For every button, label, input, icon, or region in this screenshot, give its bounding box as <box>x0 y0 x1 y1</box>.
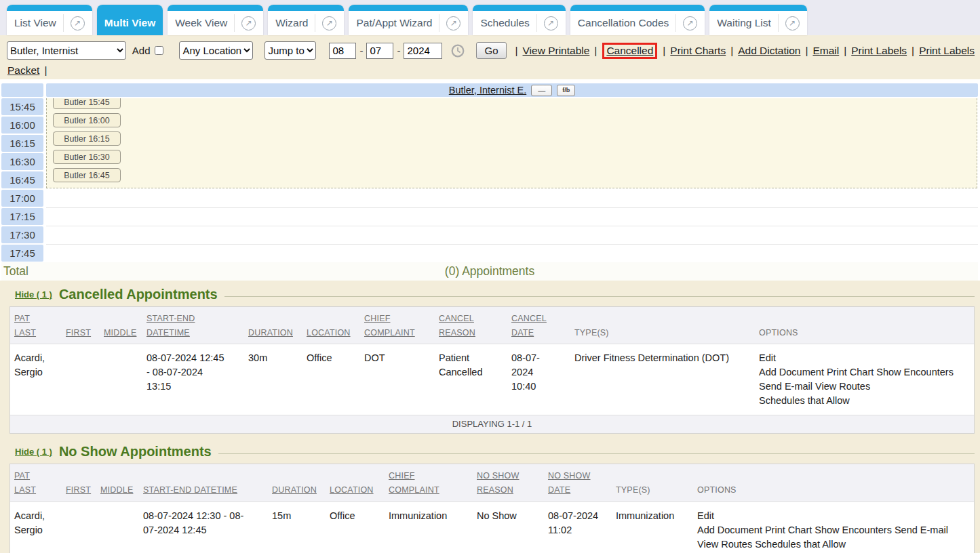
date-year-input[interactable] <box>404 43 442 59</box>
tab-week-view[interactable]: Week View ↗ <box>168 5 263 35</box>
time-slot-label[interactable]: 17:30 <box>1 226 43 243</box>
empty-schedule-row[interactable] <box>46 190 978 208</box>
time-slot-label[interactable]: 17:15 <box>1 208 43 225</box>
open-slot-button[interactable]: Butler 16:00 <box>53 113 121 127</box>
time-slot-label[interactable]: 16:00 <box>1 117 43 134</box>
table-row: Acardi, Sergio 08-07-2024 12:30 - 08- 07… <box>10 502 974 553</box>
cancelled-appointments-section: Hide ( 1 ) Cancelled Appointments PAT LA… <box>0 281 980 434</box>
tab-label: List View <box>14 17 56 29</box>
forward-back-button[interactable]: f/b <box>557 85 575 96</box>
col-start-end[interactable]: START-END DATETIME <box>142 312 244 340</box>
col-duration[interactable]: DURATION <box>268 483 326 497</box>
cell-options-links[interactable]: Edit Add Document Print Chart Show Encou… <box>755 344 974 415</box>
tab-pat-appt-wizard[interactable]: Pat/Appt Wizard ↗ <box>349 5 468 35</box>
cancelled-link[interactable]: Cancelled <box>606 45 653 56</box>
tab-schedules[interactable]: Schedules ↗ <box>473 5 565 35</box>
date-month-input[interactable] <box>329 43 356 59</box>
open-slot-button[interactable]: Butler 15:45 <box>53 98 121 109</box>
col-pat-last[interactable]: PAT LAST <box>10 312 62 340</box>
tab-wizard[interactable]: Wizard ↗ <box>268 5 344 35</box>
tab-accent-bar <box>168 5 263 11</box>
section-rule <box>218 453 975 454</box>
hide-no-show-link[interactable]: Hide ( 1 ) <box>15 447 52 457</box>
col-options: OPTIONS <box>693 483 974 497</box>
col-cancel-date[interactable]: CANCEL DATE <box>507 312 570 340</box>
print-labels-packet-link-wrap[interactable]: Packet <box>7 64 39 77</box>
open-new-window-icon[interactable]: ↗ <box>785 16 800 30</box>
cell-duration: 30m <box>244 344 302 415</box>
time-slot-label[interactable]: 16:15 <box>1 135 43 152</box>
open-slot-button[interactable]: Butler 16:30 <box>53 150 121 164</box>
col-types: TYPE(S) <box>612 483 693 497</box>
empty-schedule-row[interactable] <box>46 226 978 245</box>
print-labels-packet-link[interactable]: Print Labels <box>919 45 975 57</box>
provider-select[interactable]: Butler, Internist <box>7 41 126 60</box>
tab-label: Week View <box>175 17 227 29</box>
tab-multi-view[interactable]: Multi View <box>97 5 163 35</box>
col-first[interactable]: FIRST <box>62 483 96 497</box>
open-new-window-icon[interactable]: ↗ <box>446 16 460 30</box>
print-charts-link[interactable]: Print Charts <box>670 45 726 57</box>
calendar-clock-icon[interactable] <box>451 44 465 58</box>
cell-cancel-reason: Patient Cancelled <box>435 344 507 415</box>
tab-label: Cancellation Codes <box>578 17 669 29</box>
col-start-end[interactable]: START-END DATETIME <box>139 483 268 497</box>
add-dictation-link[interactable]: Add Dictation <box>738 45 800 57</box>
location-select[interactable]: Any Location <box>179 41 253 60</box>
open-slot-button[interactable]: Butler 16:15 <box>53 131 121 146</box>
tab-label: Multi View <box>104 17 156 29</box>
col-pat-last[interactable]: PAT LAST <box>10 469 62 497</box>
col-chief-complaint[interactable]: CHIEF COMPLAINT <box>385 469 473 497</box>
view-tab-bar: List View ↗ Multi View Week View ↗ Wizar… <box>0 0 980 35</box>
appointments-total-count: (0) Appointments <box>445 264 534 279</box>
date-day-input[interactable] <box>366 43 393 59</box>
col-location[interactable]: LOCATION <box>302 326 360 340</box>
cell-duration: 15m <box>268 502 326 553</box>
no-show-section-title: No Show Appointments <box>59 444 212 459</box>
email-link[interactable]: Email <box>812 45 839 57</box>
empty-schedule-row[interactable] <box>46 245 978 263</box>
col-no-show-date[interactable]: NO SHOW DATE <box>544 469 612 497</box>
open-new-window-icon[interactable]: ↗ <box>71 16 85 30</box>
open-new-window-icon[interactable]: ↗ <box>683 16 697 30</box>
tab-label: Wizard <box>275 17 308 29</box>
collapse-column-button[interactable]: — <box>531 85 552 96</box>
provider-name-link[interactable]: Butler, Internist E. <box>449 85 526 96</box>
col-cancel-reason[interactable]: CANCEL REASON <box>435 312 507 340</box>
time-slot-label[interactable]: 15:45 <box>1 98 43 115</box>
time-slot-label[interactable]: 17:00 <box>1 190 43 207</box>
empty-schedule-row[interactable] <box>46 208 978 226</box>
col-no-show-reason[interactable]: NO SHOW REASON <box>473 469 544 497</box>
col-chief-complaint[interactable]: CHIEF COMPLAINT <box>360 312 435 340</box>
col-location[interactable]: LOCATION <box>326 483 385 497</box>
time-slot-label[interactable]: 17:45 <box>1 245 43 262</box>
col-duration[interactable]: DURATION <box>244 326 302 340</box>
open-new-window-icon[interactable]: ↗ <box>322 16 336 30</box>
open-slot-button[interactable]: Butler 16:45 <box>53 168 121 182</box>
time-slot-label[interactable]: 16:30 <box>1 153 43 170</box>
cell-options-links[interactable]: Edit Add Document Print Chart Show Encou… <box>693 502 974 553</box>
view-printable-link[interactable]: View Printable <box>523 45 590 57</box>
print-labels-link[interactable]: Print Labels <box>851 45 907 57</box>
no-show-appointments-section: Hide ( 1 ) No Show Appointments PAT LAST… <box>0 438 980 553</box>
hide-cancelled-link[interactable]: Hide ( 1 ) <box>15 289 52 300</box>
add-provider-checkbox[interactable] <box>155 45 163 56</box>
link-separator: | <box>515 45 518 57</box>
cell-pat-last: Acardi, Sergio <box>10 502 62 553</box>
tab-label: Waiting List <box>717 17 771 29</box>
tab-list-view[interactable]: List View ↗ <box>7 5 92 35</box>
cell-chief-complaint: Immunization <box>385 502 473 553</box>
cell-middle <box>100 344 142 415</box>
tab-waiting-list[interactable]: Waiting List ↗ <box>709 5 807 35</box>
col-middle[interactable]: MIDDLE <box>96 483 139 497</box>
go-button[interactable]: Go <box>476 42 506 59</box>
open-new-window-icon[interactable]: ↗ <box>544 16 558 30</box>
tab-cancellation-codes[interactable]: Cancellation Codes ↗ <box>570 5 705 35</box>
col-middle[interactable]: MIDDLE <box>100 326 142 340</box>
jump-to-select[interactable]: Jump to <box>264 41 316 60</box>
col-first[interactable]: FIRST <box>62 326 100 340</box>
time-slot-label[interactable]: 16:45 <box>1 171 43 188</box>
cancelled-table-paging: DISPLAYING 1-1 / 1 <box>10 415 974 433</box>
open-new-window-icon[interactable]: ↗ <box>241 16 256 30</box>
cancelled-appointments-table: PAT LAST FIRST MIDDLE START-END DATETIME… <box>9 306 975 434</box>
